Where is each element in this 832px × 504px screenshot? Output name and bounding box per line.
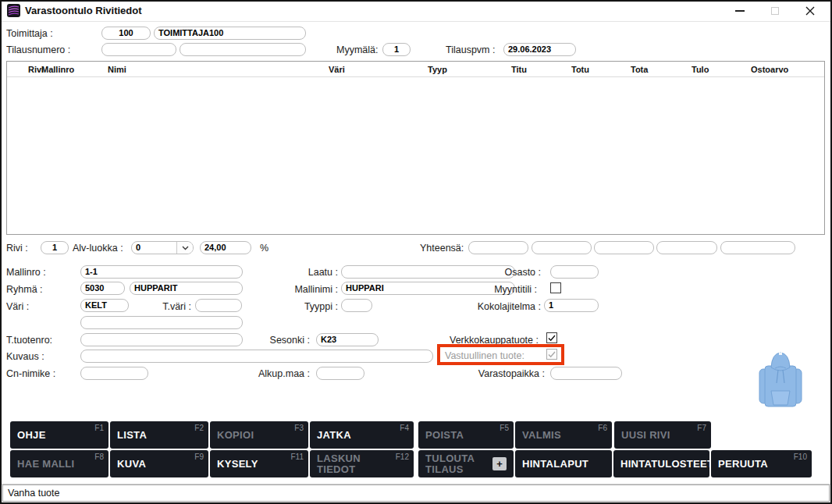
- myyntitili-checkbox[interactable]: [550, 282, 561, 293]
- vari-field[interactable]: KELT: [80, 299, 129, 312]
- minimize-icon: [735, 10, 745, 12]
- kuva-button[interactable]: KUVAF9: [110, 450, 208, 477]
- tyyppi-label: Tyyppi :: [273, 301, 338, 312]
- grid-col-mallinro: Mallinro: [41, 65, 74, 74]
- kuvaus-label: Kuvaus :: [6, 351, 44, 362]
- tilausnumero-label: Tilausnumero :: [6, 44, 70, 55]
- yhteensa-field-4[interactable]: [656, 241, 717, 254]
- alkupmaa-label: Alkup.maa :: [250, 368, 310, 379]
- grid-col-tulo: Tulo: [692, 65, 709, 74]
- laatu-label: Laatu :: [273, 267, 338, 278]
- ohje-button[interactable]: OHJEF1: [10, 421, 108, 449]
- grid-col-tyyp: Tyyp: [428, 65, 447, 74]
- yhteensa-field-5[interactable]: [720, 241, 795, 254]
- minimize-button[interactable]: [728, 0, 752, 21]
- poista-button: POISTAF5: [418, 421, 514, 449]
- alkupmaa-field[interactable]: [316, 367, 364, 380]
- kopioi-button: KOPIOIF3: [210, 421, 308, 449]
- percent-sign: %: [260, 243, 268, 254]
- rivi-label: Rivi :: [6, 243, 28, 254]
- mallinro-label: Mallinro :: [6, 267, 46, 278]
- sesonki-field[interactable]: K23: [316, 333, 379, 346]
- yhteensa-field-3[interactable]: [594, 241, 654, 254]
- myymala-field[interactable]: 1: [382, 43, 411, 56]
- ryhma-name-field[interactable]: HUPPARIT: [130, 282, 243, 295]
- myymala-label: Myymälä:: [336, 44, 378, 55]
- myyntitili-label: Myyntitili :: [468, 284, 537, 295]
- toimittaja-code-field[interactable]: 100: [101, 27, 151, 40]
- ttuotenro-field[interactable]: [80, 333, 243, 346]
- tulouta-tilaus-button: TULOUTA TILAUS+: [418, 450, 514, 477]
- grid-col-ostoarvo: Ostoarvo: [751, 65, 788, 74]
- vari-extra-field[interactable]: [80, 316, 243, 329]
- hintatulosteet-button[interactable]: HINTATULOSTEET: [613, 450, 709, 477]
- chevron-down-icon: [182, 246, 189, 250]
- checkmark-icon: [548, 335, 556, 342]
- checkmark-icon: [548, 351, 556, 358]
- alv-percent-field[interactable]: 24,00: [200, 241, 251, 254]
- lista-button[interactable]: LISTAF2: [110, 421, 208, 449]
- hae-malli-button: HAE MALLIF8: [10, 450, 108, 477]
- cn-nimike-field[interactable]: [80, 367, 148, 380]
- cn-nimike-label: Cn-nimike :: [6, 368, 55, 379]
- status-message-box: Vanha tuote: [2, 484, 830, 502]
- ttuotenro-label: T.tuotenro:: [6, 335, 52, 346]
- vastuullinen-checkbox: [546, 349, 557, 360]
- vari-label: Väri :: [6, 301, 29, 312]
- maximize-icon: [771, 7, 779, 15]
- tyyppi-field[interactable]: [341, 299, 372, 312]
- uusi-rivi-button: UUSI RIVIF7: [614, 421, 711, 449]
- toimittaja-label: Toimittaja :: [6, 28, 53, 39]
- laskun-tiedot-button: LASKUN TIEDOTF12: [310, 450, 414, 477]
- tilausnumero-field-2[interactable]: [180, 43, 306, 56]
- kokolajitelma-label: Kokolajitelma :: [453, 301, 541, 312]
- grid-col-nimi: Nimi: [108, 65, 126, 74]
- osasto-label: Osasto :: [468, 267, 541, 278]
- kysely-button[interactable]: KYSELYF11: [210, 450, 308, 477]
- toimittaja-name-field[interactable]: TOIMITTAJA100: [154, 27, 306, 40]
- product-image: [756, 348, 805, 415]
- yhteensa-field-2[interactable]: [532, 241, 592, 254]
- jatka-button[interactable]: JATKAF4: [310, 421, 414, 449]
- mallinro-field[interactable]: 1-1: [80, 265, 243, 279]
- verkkokauppatuote-checkbox[interactable]: [546, 332, 557, 343]
- dropdown-chevron-box[interactable]: [176, 242, 193, 254]
- title-bar: Varastoontulo Rivitiedot: [0, 0, 832, 22]
- osasto-field[interactable]: [550, 265, 599, 279]
- yhteensa-field-1[interactable]: [468, 241, 528, 254]
- close-icon: [805, 6, 815, 16]
- varastopaikka-label: Varastopaikka :: [460, 368, 545, 379]
- grid-col-titu: Titu: [511, 65, 527, 74]
- grid-col-totu: Totu: [571, 65, 589, 74]
- tilauspvm-label: Tilauspvm :: [446, 44, 495, 55]
- alv-luokka-selected-value: 0: [132, 242, 176, 254]
- app-logo-icon: [7, 4, 20, 17]
- tilausnumero-field-1[interactable]: [101, 43, 176, 56]
- status-text: Vanha tuote: [8, 488, 60, 499]
- grid-col-vari: Väri: [329, 65, 345, 74]
- mallinimi-label: Mallinimi :: [273, 284, 338, 295]
- kokolajitelma-field[interactable]: 1: [544, 299, 599, 312]
- varastopaikka-field[interactable]: [550, 367, 622, 380]
- close-button[interactable]: [798, 0, 822, 21]
- hoodie-image: [758, 350, 803, 413]
- ryhma-code-field[interactable]: 5030: [80, 282, 125, 295]
- plus-icon[interactable]: +: [492, 457, 507, 470]
- valmis-button: VALMISF6: [515, 421, 612, 449]
- alv-luokka-select[interactable]: 0: [131, 241, 194, 254]
- alv-luokka-label: Alv-luokka :: [73, 243, 123, 254]
- peruuta-button[interactable]: PERUUTAF10: [711, 450, 812, 477]
- kuvaus-field[interactable]: [80, 350, 433, 363]
- window-title: Varastoontulo Rivitiedot: [25, 5, 142, 16]
- rows-grid[interactable]: Rivi Mallinro Nimi Väri Tyyp Titu Totu T…: [6, 61, 825, 235]
- tilauspvm-field[interactable]: 29.06.2023: [503, 43, 576, 56]
- maximize-button[interactable]: [763, 0, 787, 21]
- vastuullinen-label: Vastuullinen tuote:: [445, 350, 524, 361]
- grid-col-tota: Tota: [631, 65, 648, 74]
- hintalaput-button[interactable]: HINTALAPUT: [515, 450, 612, 477]
- sesonki-label: Sesonki :: [250, 335, 310, 346]
- tvari-field[interactable]: [195, 299, 242, 312]
- ryhma-label: Ryhmä :: [6, 284, 43, 295]
- rivi-field[interactable]: 1: [41, 241, 69, 254]
- varastoontulo-rivitiedot-window: Varastoontulo Rivitiedot Toimittaja : 10…: [0, 0, 832, 504]
